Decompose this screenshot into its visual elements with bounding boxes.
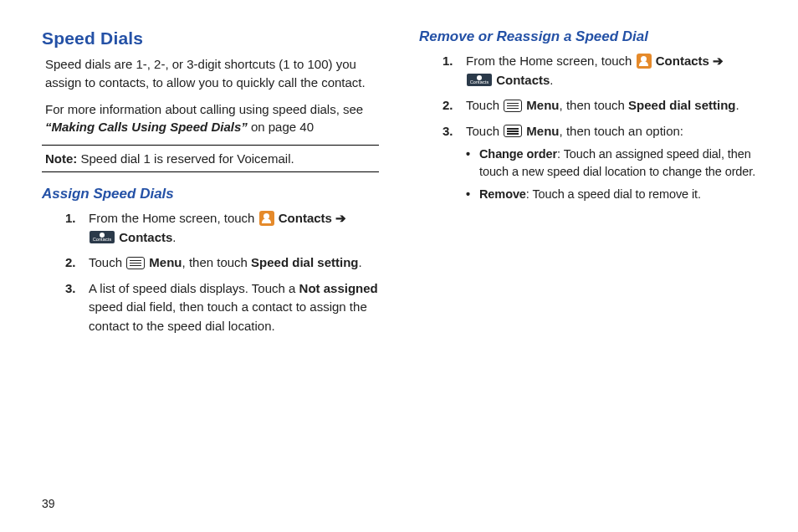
remove-label: Remove <box>479 187 526 201</box>
rstep1-contacts-label-2: Contacts <box>493 73 550 87</box>
right-column: Remove or Reassign a Speed Dial From the… <box>419 28 756 342</box>
assign-step-1: From the Home screen, touch Contacts ➔ C… <box>65 209 379 247</box>
contacts-icon <box>637 54 652 69</box>
note-box: Note: Speed dial 1 is reserved for Voice… <box>42 145 379 172</box>
assign-step-2: Touch Menu, then touch Speed dial settin… <box>65 253 379 273</box>
remove-steps-list: From the Home screen, touch Contacts ➔ C… <box>442 52 756 203</box>
step1-text-a: From the Home screen, touch <box>89 211 258 225</box>
menu-icon <box>126 257 145 269</box>
step3-not-assigned: Not assigned <box>299 281 378 295</box>
section-heading: Speed Dials <box>42 28 379 49</box>
arrow-icon: ➔ <box>335 211 346 225</box>
step3-text-c: speed dial field, then touch a contact t… <box>89 299 367 333</box>
contacts-app-icon <box>90 231 115 243</box>
subsection-heading-assign: Assign Speed Dials <box>42 186 379 202</box>
remove-text: : Touch a speed dial to remove it. <box>526 187 701 201</box>
cross-reference: “Making Calls Using Speed Dials” <box>45 120 248 134</box>
contacts-app-icon <box>467 74 492 86</box>
step2-text-a: Touch <box>89 255 125 269</box>
intro2-text-a: For more information about calling using… <box>45 102 363 116</box>
option-change-order: Change order: Touch an assigned speed di… <box>466 146 756 181</box>
step2-text-c: , then touch <box>182 255 252 269</box>
remove-step-2: Touch Menu, then touch Speed dial settin… <box>442 96 756 115</box>
remove-step-3: Touch Menu, then touch an option: Change… <box>442 122 756 204</box>
change-order-label: Change order <box>479 147 557 161</box>
rstep2-setting-label: Speed dial setting <box>628 98 735 112</box>
intro-paragraph-2: For more information about calling using… <box>45 100 376 137</box>
contacts-icon <box>259 211 274 226</box>
period: . <box>172 230 176 244</box>
menu-icon <box>504 100 522 112</box>
rstep2-text-c: , then touch <box>560 98 629 112</box>
options-sublist: Change order: Touch an assigned speed di… <box>466 146 756 203</box>
rstep2-menu-label: Menu <box>523 98 559 112</box>
rstep3-menu-label: Menu <box>523 124 559 138</box>
rstep2-text-a: Touch <box>466 98 503 112</box>
remove-step-1: From the Home screen, touch Contacts ➔ C… <box>442 52 756 90</box>
note-text: Speed dial 1 is reserved for Voicemail. <box>77 151 294 166</box>
period: . <box>550 73 553 87</box>
assign-steps-list: From the Home screen, touch Contacts ➔ C… <box>65 209 379 335</box>
left-column: Speed Dials Speed dials are 1-, 2-, or 3… <box>42 28 379 342</box>
rstep1-contacts-label: Contacts <box>652 54 714 68</box>
note-label: Note: <box>45 151 77 166</box>
step3-text-a: A list of speed dials displays. Touch a <box>89 281 299 295</box>
period: . <box>735 98 739 112</box>
rstep1-text-a: From the Home screen, touch <box>466 54 636 68</box>
step1-contacts-label: Contacts <box>275 211 336 225</box>
step2-setting-label: Speed dial setting <box>251 255 358 269</box>
subsection-heading-remove: Remove or Reassign a Speed Dial <box>419 28 756 45</box>
rstep3-text-a: Touch <box>466 124 503 138</box>
assign-step-3: A list of speed dials displays. Touch a … <box>65 279 379 336</box>
intro2-text-b: on page 40 <box>248 120 314 134</box>
page-number: 39 <box>42 497 55 510</box>
step1-contacts-label-2: Contacts <box>115 230 172 244</box>
rstep3-text-c: , then touch an option: <box>560 124 683 138</box>
step2-menu-label: Menu <box>146 255 182 269</box>
menu-icon <box>504 125 522 137</box>
two-column-layout: Speed Dials Speed dials are 1-, 2-, or 3… <box>42 28 756 342</box>
arrow-icon: ➔ <box>713 54 724 68</box>
intro-paragraph-1: Speed dials are 1-, 2-, or 3-digit short… <box>45 55 376 92</box>
option-remove: Remove: Touch a speed dial to remove it. <box>466 186 756 203</box>
period: . <box>358 255 361 269</box>
